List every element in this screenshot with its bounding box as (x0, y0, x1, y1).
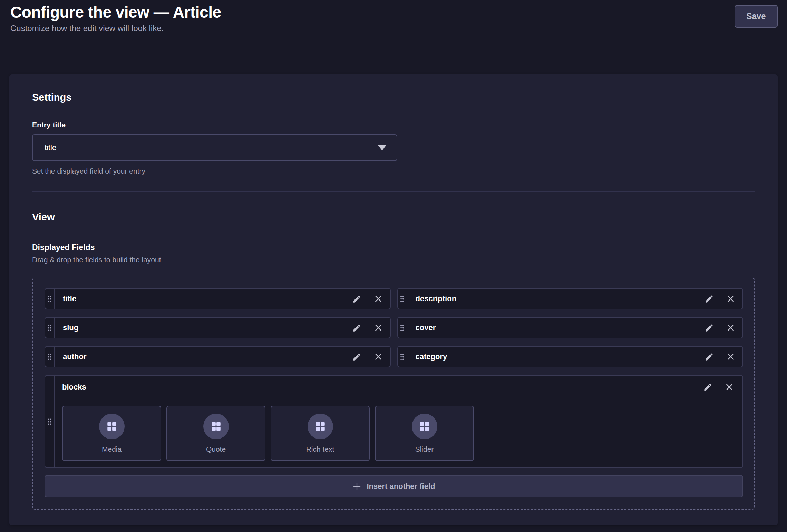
edit-field-button[interactable] (705, 323, 714, 333)
entry-title-select[interactable]: title (32, 134, 397, 161)
caret-down-icon (378, 145, 386, 150)
page-title: Configure the view — Article (10, 0, 221, 21)
close-icon (373, 352, 383, 362)
drag-handle-icon[interactable] (45, 289, 55, 309)
plus-icon (352, 482, 361, 491)
entry-title-label: Entry title (32, 120, 755, 129)
field-label: author (55, 347, 352, 367)
pencil-icon (352, 323, 361, 333)
component-grid-icon (308, 414, 333, 439)
field-label: description (407, 289, 705, 309)
field-row-slug: slug (45, 317, 391, 338)
pencil-icon (705, 294, 714, 304)
pencil-icon (705, 352, 714, 362)
configure-view-card: Settings Entry title title Set the displ… (9, 74, 778, 525)
drag-handle-icon[interactable] (398, 347, 407, 367)
close-icon (726, 323, 736, 333)
insert-another-field-button[interactable]: Insert another field (45, 475, 743, 497)
edit-field-button[interactable] (352, 294, 361, 304)
field-label: cover (407, 318, 705, 338)
remove-field-button[interactable] (726, 294, 736, 304)
field-row-description: description (397, 288, 744, 309)
edit-field-button[interactable] (705, 352, 714, 362)
close-icon (726, 294, 736, 304)
field-row-title: title (45, 288, 391, 309)
drag-handle-icon[interactable] (398, 318, 407, 338)
displayed-fields-title: Displayed Fields (32, 243, 755, 252)
component-grid-icon (99, 414, 125, 439)
component-label: Quote (206, 445, 226, 453)
field-label: blocks (62, 383, 86, 392)
remove-field-button[interactable] (373, 294, 383, 304)
component-card-quote[interactable]: Quote (166, 406, 265, 461)
displayed-fields-subtitle: Drag & drop the fields to build the layo… (32, 255, 755, 264)
component-list: Media Quote Rich text (62, 406, 734, 461)
close-icon (373, 323, 383, 333)
fields-grid: title description (45, 288, 743, 468)
field-row-author: author (45, 346, 391, 367)
drag-handle-icon[interactable] (398, 289, 407, 309)
remove-field-button[interactable] (726, 352, 736, 362)
component-grid-icon (412, 414, 437, 439)
page-subtitle: Customize how the edit view will look li… (10, 23, 221, 33)
edit-field-button[interactable] (703, 383, 712, 392)
close-icon (373, 294, 383, 304)
edit-field-button[interactable] (705, 294, 714, 304)
fields-dropzone: title description (32, 278, 755, 510)
component-label: Slider (415, 445, 434, 453)
field-row-category: category (397, 346, 744, 367)
drag-handle-icon[interactable] (45, 318, 55, 338)
view-heading: View (32, 211, 755, 223)
field-row-blocks: blocks Media (45, 375, 743, 468)
remove-field-button[interactable] (373, 352, 383, 362)
pencil-icon (705, 323, 714, 333)
field-row-cover: cover (397, 317, 744, 338)
pencil-icon (703, 383, 712, 392)
edit-field-button[interactable] (352, 352, 361, 362)
page-header: Configure the view — Article Customize h… (10, 0, 221, 33)
field-label: category (407, 347, 705, 367)
component-card-rich-text[interactable]: Rich text (271, 406, 370, 461)
entry-title-hint: Set the displayed field of your entry (32, 167, 755, 175)
drag-handle-icon[interactable] (45, 376, 55, 467)
section-divider (32, 191, 755, 192)
component-grid-icon (203, 414, 229, 439)
edit-field-button[interactable] (352, 323, 361, 333)
component-card-media[interactable]: Media (62, 406, 161, 461)
insert-another-field-label: Insert another field (367, 482, 435, 491)
entry-title-select-value: title (45, 143, 56, 152)
close-icon (726, 352, 736, 362)
component-card-slider[interactable]: Slider (375, 406, 474, 461)
remove-field-button[interactable] (726, 323, 736, 333)
close-icon (725, 382, 734, 392)
remove-field-button[interactable] (725, 382, 734, 392)
field-label: title (55, 289, 352, 309)
field-label: slug (55, 318, 352, 338)
pencil-icon (352, 352, 361, 362)
drag-handle-icon[interactable] (45, 347, 55, 367)
component-label: Rich text (306, 445, 334, 453)
component-label: Media (102, 445, 122, 453)
pencil-icon (352, 294, 361, 304)
settings-heading: Settings (32, 91, 755, 103)
remove-field-button[interactable] (373, 323, 383, 333)
save-button[interactable]: Save (735, 5, 778, 28)
